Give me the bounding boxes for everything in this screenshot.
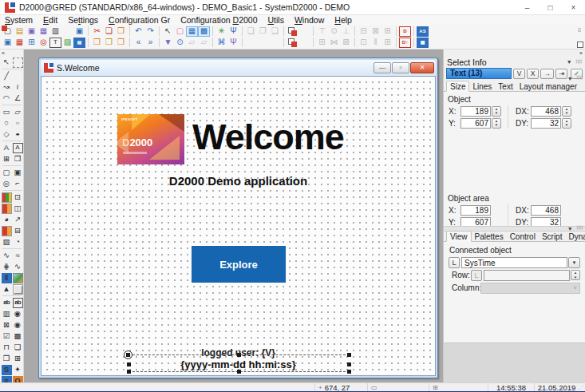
scheme-window-titlebar[interactable]: S.Welcome — ▫ ✕ [41,60,436,76]
paste-icon[interactable]: ❐ [115,26,127,37]
tab-view[interactable]: View [446,231,472,242]
hatch-tool-icon[interactable]: ▨ [2,237,12,247]
workspace-icon[interactable]: ▣ [2,38,14,48]
xbox-tool-icon[interactable]: ⊠ [2,320,12,331]
brand-image[interactable]: IPESOFT D2000 [117,114,184,164]
ellipse-tool-icon[interactable]: ○ [13,120,23,126]
object-y-field[interactable]: 607 [460,118,491,129]
tab-layout-manager[interactable]: Layout manager [516,81,580,91]
marquee-tool-icon[interactable] [13,57,23,68]
open-icon[interactable]: ▤ [14,26,26,37]
transform-icon[interactable]: ▢ [174,26,186,37]
swf-tool-icon[interactable]: S [2,365,12,375]
slider-tool-icon[interactable]: ⊟ [13,226,23,236]
table-tool-icon[interactable]: ⊞ [2,154,12,164]
colorstrip2-tool-icon[interactable] [2,226,12,236]
save-icon[interactable]: ▣ [26,26,38,37]
resize-grip-icon[interactable]: ⋰ [579,384,585,390]
menu-configuration-gr[interactable]: Configuration Gr [109,15,170,25]
as-script-icon[interactable]: AS [417,26,429,37]
regroup-icon[interactable]: ❏ [269,26,281,37]
colorstrip-tool-icon[interactable] [2,204,12,214]
branch-icon[interactable]: Ψ [227,38,239,48]
print-icon[interactable]: ▥ [49,26,61,37]
object-x-spinner[interactable]: ▲▼ [492,106,501,117]
circle-tool-icon[interactable]: ○ [2,118,12,129]
export-icon[interactable]: ❐ [115,38,127,48]
welcome-heading[interactable]: Welcome [192,117,344,158]
design-canvas[interactable]: IPESOFT D2000 Welcome D2000 Demo applica… [41,76,436,376]
selection-handle[interactable] [127,370,131,374]
maximize-button[interactable]: □ [539,0,562,14]
view-tabs-grip-icon[interactable]: ⠿⠿ [576,225,583,232]
trend-tool-icon[interactable]: ↗ [13,215,23,225]
ocx-tool-icon[interactable]: O [13,376,23,383]
checkbox-tool-icon[interactable]: ☑ [2,331,12,342]
menu-configuration-d2000[interactable]: Configuration D2000 [180,15,257,25]
menu-system[interactable]: System [5,15,33,25]
bring-to-front-icon[interactable] [287,26,298,37]
palette-colors-icon[interactable]: ▦ [14,38,26,48]
same-height-icon[interactable]: ⊞ [381,26,393,37]
import-icon[interactable]: ❐ [103,38,115,48]
selection-item[interactable]: Text (13) [446,68,512,79]
selection-handle[interactable] [237,353,241,357]
menu-utils[interactable]: Utils [267,15,283,25]
tab-script[interactable]: Script [539,232,566,241]
clipboard-tool-icon[interactable]: ❒ [2,354,12,364]
nodes-icon[interactable]: ⌘ [215,38,227,48]
background-image-icon[interactable]: ▨ [61,38,73,48]
selection-handle[interactable] [347,362,351,366]
button3d-tool-icon[interactable] [13,284,23,295]
select-info-dropdown-icon[interactable]: ▼ [567,59,572,65]
selection-handle[interactable] [347,370,351,374]
scheme-close-button[interactable]: ✕ [410,62,434,73]
show-grid-icon[interactable]: ▦ [186,26,198,37]
target-icon[interactable]: ◎ [38,38,49,48]
align-middle-icon[interactable]: ⊙ [328,26,340,37]
same-width-icon[interactable]: ⊟ [358,26,370,37]
selection-handle[interactable] [127,362,131,366]
structure-icon[interactable]: Ψ [227,26,239,37]
rounded-rect-tool-icon[interactable]: ▢ [2,168,12,178]
gauge-tool-icon[interactable]: ◔ [13,237,23,247]
line-tool-icon[interactable]: ╱ [2,71,12,81]
tab-folder-tool-icon[interactable]: ⊓ [2,343,12,353]
same-size-icon[interactable]: ⊠ [370,26,381,37]
menu-edit[interactable]: Edit [43,15,57,25]
explore-button[interactable]: Explore [192,246,286,283]
pump-tool-icon[interactable]: ▲ [2,284,12,295]
toolbar-grip-icon[interactable]: ⁞⁞ [578,28,583,46]
apply-style-icon[interactable] [298,38,310,48]
pointer-tool-icon[interactable]: ↖ [2,57,12,68]
tile-windows-icon[interactable]: ⊞ [26,38,38,48]
group-icon[interactable]: ❑ [245,26,257,37]
panel-collapse-icon[interactable]: » [444,49,585,57]
tab-control-tool-icon[interactable]: ❏ [13,343,23,353]
align-bottom-icon[interactable]: ⊥ [340,26,352,37]
corner-tool-icon[interactable]: ⌐ [13,179,23,189]
menu-window[interactable]: Window [294,15,324,25]
filter-icon[interactable]: ▼ [162,38,174,48]
scheme-minimize-button[interactable]: — [374,62,391,73]
erase-icon[interactable]: ▱ [186,38,198,48]
parallelogram-tool-icon[interactable]: ▱ [13,107,23,117]
menu-settings[interactable]: Settings [68,15,98,25]
save-all-icon[interactable]: ▦ [38,26,49,37]
dmd-icon[interactable]: ▤ [73,38,85,48]
anim-tool-icon[interactable]: ✦ [13,365,23,375]
histogram-tool-icon[interactable]: ⋕ [2,262,12,272]
led-tool-icon[interactable]: ◉ [13,309,23,319]
piechart-tool-icon[interactable]: ◕ [2,215,12,225]
ungroup-icon[interactable]: ❒ [257,26,269,37]
align-top-icon[interactable]: ⊤ [316,26,328,37]
text-style-icon[interactable]: T [49,38,61,48]
size-tabs-grip-icon[interactable]: ⠿⠿ [576,75,583,81]
combo-tool-icon[interactable]: ▥ [2,309,12,319]
picture-tool-icon[interactable] [13,273,23,283]
text-frame-tool-icon[interactable]: A [13,143,23,153]
mask-tool-icon[interactable]: ▩ [13,331,23,342]
trend2-tool-icon[interactable]: ∿ [13,262,23,272]
connected-object-field[interactable]: SysTime [461,257,567,268]
filled-ellipse-tool-icon[interactable]: ● [13,131,23,137]
